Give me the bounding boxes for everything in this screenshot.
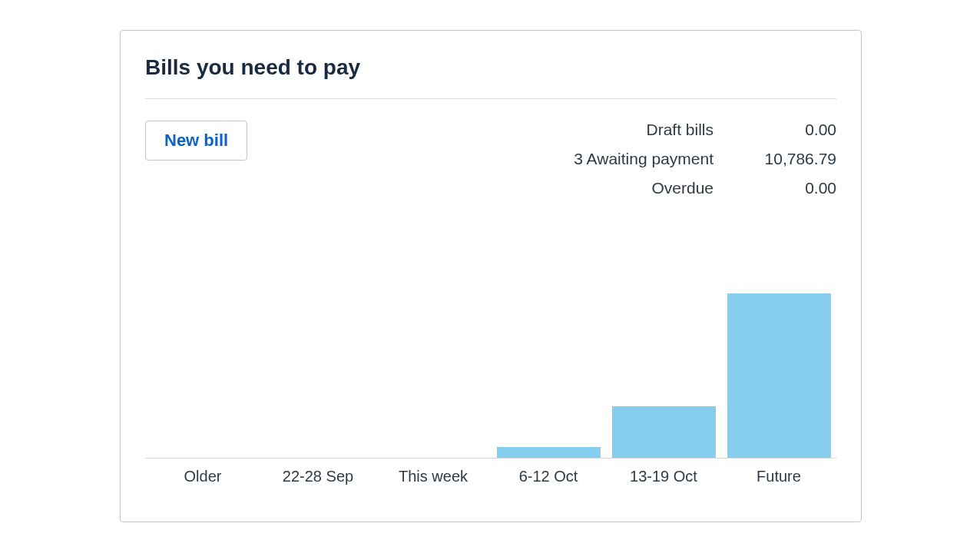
awaiting-payment-label: 3 Awaiting payment	[560, 150, 744, 168]
x-axis-labels: Older22-28 SepThis week6-12 Oct13-19 Oct…	[145, 468, 836, 485]
bar-slot	[376, 291, 491, 458]
draft-bills-value: 0.00	[744, 121, 836, 139]
bar-slot	[260, 291, 376, 458]
summary-row-awaiting[interactable]: 3 Awaiting payment 10,786.79	[560, 150, 836, 168]
bills-bar-chart: Older22-28 SepThis week6-12 Oct13-19 Oct…	[145, 291, 836, 491]
divider	[145, 98, 836, 99]
x-axis-label: 6-12 Oct	[491, 468, 606, 485]
draft-bills-label: Draft bills	[560, 121, 744, 139]
new-bill-button[interactable]: New bill	[145, 121, 247, 161]
bar-slot	[721, 291, 836, 458]
bar-slot	[145, 291, 260, 458]
bar[interactable]	[727, 293, 831, 458]
x-axis-label: This week	[376, 468, 491, 485]
card-title: Bills you need to pay	[145, 55, 836, 80]
summary-row-draft[interactable]: Draft bills 0.00	[560, 121, 836, 139]
summary-row-overdue[interactable]: Overdue 0.00	[560, 179, 836, 197]
summary-block: Draft bills 0.00 3 Awaiting payment 10,7…	[560, 121, 836, 197]
bar-slot	[606, 291, 721, 458]
x-axis-label: Older	[145, 468, 260, 485]
x-axis-label: 22-28 Sep	[260, 468, 376, 485]
bills-card: Bills you need to pay New bill Draft bil…	[120, 30, 862, 522]
overdue-label: Overdue	[560, 179, 744, 197]
bar[interactable]	[612, 406, 716, 458]
header-row: New bill Draft bills 0.00 3 Awaiting pay…	[145, 121, 836, 197]
x-axis-label: Future	[721, 468, 836, 485]
x-axis-label: 13-19 Oct	[606, 468, 721, 485]
bar[interactable]	[497, 447, 601, 458]
bars-row	[145, 291, 836, 459]
bar-slot	[491, 291, 606, 458]
overdue-value: 0.00	[744, 179, 836, 197]
awaiting-payment-value: 10,786.79	[744, 150, 836, 168]
